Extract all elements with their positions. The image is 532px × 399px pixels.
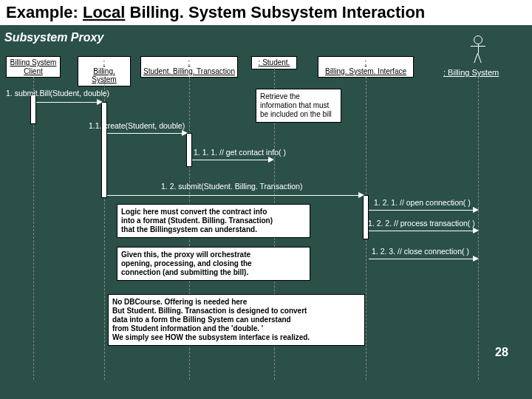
msg-1-label: 1. submit.Bill(Student, double) (6, 89, 109, 98)
msg-11-arrow (107, 133, 185, 134)
title-rest: Billing. System Subsystem Interaction (125, 3, 425, 21)
msg-111-label: 1. 1. 1. // get contact info( ) (194, 148, 286, 157)
msg-123-head (473, 256, 479, 262)
msg-1-arrow (36, 102, 100, 103)
msg-123-label: 1. 2. 3. // close connection( ) (372, 247, 469, 256)
msg-111-head (268, 157, 274, 163)
sequence-diagram: Billing SystemClient :Billing. System :S… (0, 50, 532, 399)
actor-label: : Billing System (443, 68, 499, 77)
msg-11-label: 1.1. create(Student, double) (89, 121, 185, 130)
msg-1-head (97, 99, 103, 105)
title-prefix: Example: (6, 3, 83, 21)
msg-122-arrow (369, 231, 477, 231)
subtitle: Subsystem Proxy (0, 25, 532, 47)
msg-111-arrow (192, 160, 273, 160)
note-logic: Logic here must convert the contract inf… (117, 204, 310, 238)
msg-121-arrow (369, 210, 477, 211)
slide-title: Example: Local Billing. System Subsystem… (0, 0, 532, 25)
note-retrieve: Retrieve theinformation that mustbe incl… (256, 89, 341, 123)
lifeline-student-head: : Student. (251, 56, 297, 69)
note-proxy: Given this, the proxy will orchestrateop… (117, 247, 310, 281)
activation-bsi (363, 195, 369, 239)
lifeline-sbt-head: :Student. Billing. Transaction (140, 56, 238, 78)
msg-122-label: 1. 2. 2. // process transaction( ) (368, 219, 475, 228)
title-local: Local (83, 3, 125, 21)
msg-121-head (473, 207, 479, 213)
activation-sbt (186, 133, 192, 167)
lifeline-client-head: Billing SystemClient (6, 56, 61, 78)
msg-123-arrow (369, 259, 477, 259)
note-summary: No DBCourse. Offering is needed hereBut … (108, 294, 365, 346)
msg-12-head (358, 192, 364, 198)
activation-billingsystem (101, 102, 107, 198)
msg-12-arrow (107, 195, 361, 196)
msg-122-head (473, 228, 479, 233)
msg-11-head (182, 130, 188, 136)
actor-figure (470, 35, 486, 66)
msg-121-label: 1. 2. 1. // open connection( ) (374, 198, 471, 207)
lifeline-bsi-head: :Billing. System. Interface (318, 56, 414, 78)
page-number: 28 (495, 346, 508, 359)
activation-client (30, 95, 36, 124)
msg-12-label: 1. 2. submit(Student. Billing. Transacti… (161, 182, 302, 191)
